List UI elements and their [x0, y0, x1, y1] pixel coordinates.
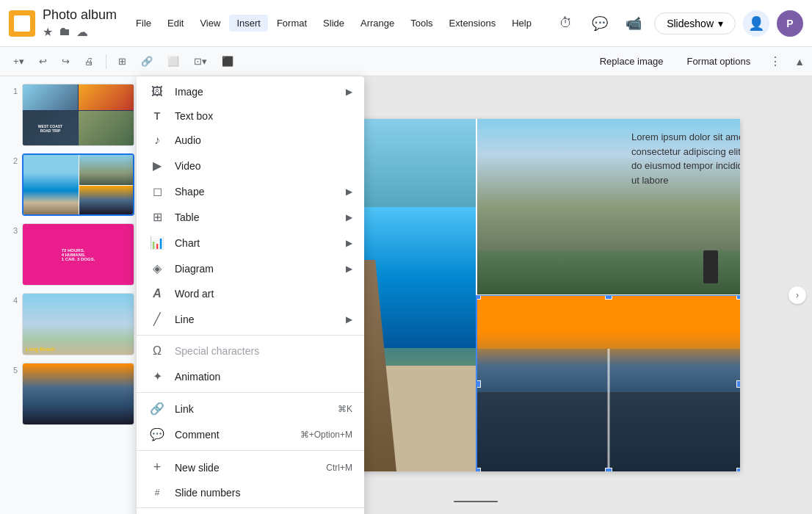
menu-item-table[interactable]: ⊞ Table ▶	[137, 204, 364, 230]
handle-tm[interactable]	[605, 295, 612, 300]
slide-thumb-3[interactable]: 3 72 HOURS.4 HUMANS.1 CAR. 3 DOGS.	[3, 222, 136, 287]
menu-item-line[interactable]: ╱ Line ▶	[137, 306, 364, 332]
app-icon[interactable]	[9, 10, 35, 37]
table-menu-label: Table	[175, 211, 346, 223]
menu-item-audio[interactable]: ♪ Audio	[137, 128, 364, 153]
menu-item-diagram[interactable]: ◈ Diagram ▶	[137, 256, 364, 281]
slide-number-1: 1	[4, 87, 18, 95]
avatar[interactable]: P	[777, 10, 803, 37]
image-menu-icon: 🖼	[148, 85, 166, 98]
doc-title[interactable]: Photo album	[43, 7, 117, 23]
folder-icon[interactable]: 🖿	[59, 25, 70, 39]
print-button[interactable]: 🖨	[79, 51, 100, 72]
handle-ml[interactable]	[476, 380, 481, 388]
handle-bl[interactable]	[476, 468, 481, 471]
slide-image-3: 72 HOURS.4 HUMANS.1 CAR. 3 DOGS.	[22, 223, 134, 286]
handle-bm[interactable]	[605, 468, 612, 471]
menu-item-animation[interactable]: ✦ Animation	[137, 363, 364, 389]
menu-view[interactable]: View	[192, 15, 228, 32]
slide-thumb-5[interactable]: 5	[3, 361, 136, 427]
add-button[interactable]: +▾	[7, 51, 30, 72]
menu-item-slide-numbers[interactable]: # Slide numbers	[137, 481, 364, 504]
table-menu-icon: ⊞	[148, 210, 166, 224]
star-icon[interactable]: ★	[43, 25, 53, 39]
divider-2	[137, 392, 364, 393]
slide-number-2: 2	[4, 156, 18, 165]
collapse-toolbar-button[interactable]: ▲	[794, 56, 805, 68]
link-button[interactable]: 🔗	[135, 51, 159, 72]
progress-line	[454, 501, 498, 502]
chart-menu-icon: 📊	[148, 236, 166, 250]
more-options-button[interactable]: ⋮	[765, 51, 786, 72]
app-icon-inner	[14, 15, 30, 32]
handle-br[interactable]	[736, 468, 740, 471]
layout-button[interactable]: ⊞	[112, 51, 132, 72]
slide-thumb-2[interactable]: 2	[3, 152, 136, 217]
menu-item-textbox[interactable]: T Text box	[137, 104, 364, 128]
slideshow-button[interactable]: Slideshow ▾	[654, 12, 736, 35]
line-menu-label: Line	[175, 314, 346, 325]
wordart-menu-label: Word art	[175, 288, 352, 300]
handle-tr[interactable]	[736, 295, 740, 300]
menu-item-placeholder: ⬜ Placeholder ▶	[137, 511, 364, 514]
format-options-button[interactable]: Format options	[678, 53, 759, 70]
menu-tools[interactable]: Tools	[403, 15, 440, 32]
menu-item-wordart[interactable]: A Word art	[137, 281, 364, 306]
meet-button[interactable]: 📹	[620, 10, 647, 37]
comments-button[interactable]: 💬	[587, 10, 613, 37]
menu-item-new-slide[interactable]: + New slide Ctrl+M	[137, 454, 364, 481]
comment-menu-label: Comment	[175, 429, 294, 441]
menu-help[interactable]: Help	[504, 15, 539, 32]
share-button[interactable]: 👤	[743, 10, 769, 37]
new-slide-shortcut: Ctrl+M	[326, 463, 352, 473]
redo-button[interactable]: ↪	[56, 51, 76, 72]
chart-arrow-icon: ▶	[346, 238, 352, 248]
slide-thumb-1[interactable]: 1 WEST COASTROAD TRIP	[3, 82, 136, 148]
slide-thumb-4[interactable]: 4 Long Beach	[3, 292, 136, 357]
cloud-icon[interactable]: ☁	[76, 25, 88, 39]
undo-button[interactable]: ↩	[33, 51, 53, 72]
right-panel-toggle[interactable]: ›	[789, 286, 806, 304]
menu-file[interactable]: File	[128, 15, 159, 32]
slide-1-bg: WEST COASTROAD TRIP	[23, 84, 134, 145]
menu-item-shape[interactable]: ◻ Shape ▶	[137, 178, 364, 204]
road-image	[477, 296, 740, 471]
lorem-text: Lorem ipsum dolor sit amet, consectetur …	[631, 130, 740, 187]
history-button[interactable]: ⏱	[553, 10, 579, 37]
menu-item-chart[interactable]: 📊 Chart ▶	[137, 230, 364, 256]
road-image-container[interactable]	[476, 295, 740, 471]
hiker-figure	[703, 250, 718, 283]
textbox-menu-label: Text box	[175, 110, 352, 122]
image-options-button[interactable]: ⬛	[216, 51, 239, 72]
shape-arrow-icon: ▶	[346, 187, 352, 197]
menu-arrange[interactable]: Arrange	[353, 15, 402, 32]
menu-item-link[interactable]: 🔗 Link ⌘K	[137, 396, 364, 421]
special-chars-menu-label: Special characters	[175, 345, 352, 357]
slide-3-bg: 72 HOURS.4 HUMANS.1 CAR. 3 DOGS.	[23, 224, 134, 285]
diagram-arrow-icon: ▶	[346, 264, 352, 274]
divider-4	[137, 507, 364, 508]
menu-insert[interactable]: Insert	[229, 15, 268, 32]
textbox-button[interactable]: ⬜	[162, 51, 185, 72]
animation-menu-label: Animation	[175, 371, 352, 383]
menu-extensions[interactable]: Extensions	[442, 15, 504, 32]
handle-mr[interactable]	[736, 380, 740, 388]
menu-format[interactable]: Format	[269, 15, 314, 32]
replace-image-button[interactable]: Replace image	[591, 53, 673, 70]
crop-button[interactable]: ⊡▾	[188, 51, 213, 72]
new-slide-menu-label: New slide	[175, 462, 320, 474]
link-shortcut: ⌘K	[338, 404, 352, 414]
slide-image-4: Long Beach	[22, 293, 134, 355]
animation-menu-icon: ✦	[148, 369, 166, 383]
menu-item-video[interactable]: ▶ Video	[137, 153, 364, 178]
title-area: Photo album ★ 🖿 ☁	[43, 7, 117, 39]
menu-edit[interactable]: Edit	[160, 15, 191, 32]
title-icons: ★ 🖿 ☁	[43, 25, 117, 39]
road-center-line	[608, 349, 610, 471]
mountain-image-container: Lorem ipsum dolor sit amet, consectetur …	[476, 119, 740, 295]
handle-tl[interactable]	[476, 295, 481, 300]
menu-slide[interactable]: Slide	[316, 15, 352, 32]
menu-item-image[interactable]: 🖼 Image ▶	[137, 79, 364, 104]
menu-item-comment[interactable]: 💬 Comment ⌘+Option+M	[137, 421, 364, 447]
slide-number-4: 4	[4, 296, 18, 305]
